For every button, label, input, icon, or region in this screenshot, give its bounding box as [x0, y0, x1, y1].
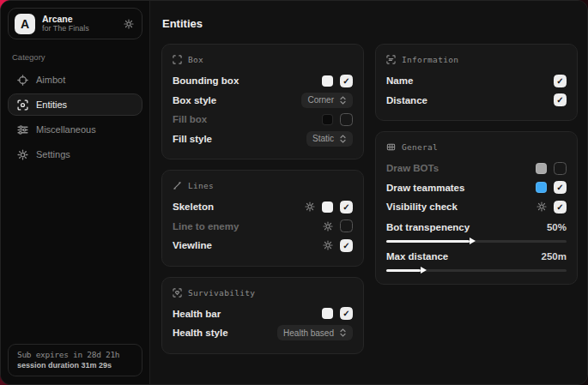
setting-row-draw-bots: Draw BOTs — [386, 159, 567, 178]
color-swatch[interactable] — [536, 163, 547, 174]
dropdown-value: Static — [312, 134, 334, 143]
box-card: Box Bounding box Box style Corner — [161, 44, 364, 159]
category-label: Category — [12, 52, 138, 62]
information-card: Information Name Distance — [375, 44, 578, 121]
max-distance-value: 250m — [542, 251, 567, 262]
box-corners-icon — [173, 55, 182, 64]
chevrons-up-down-icon — [339, 328, 347, 337]
skeleton-checkbox[interactable] — [340, 201, 353, 214]
color-swatch[interactable] — [322, 75, 333, 87]
color-swatch[interactable] — [536, 182, 547, 193]
sidebar-item-aimbot[interactable]: Aimbot — [8, 69, 142, 91]
sidebar-item-miscellaneous[interactable]: Miscellaneous — [8, 118, 142, 141]
setting-row-draw-teammates: Draw teammates — [386, 178, 567, 198]
card-title: Lines — [188, 181, 214, 190]
lines-card: Lines Skeleton Line to enem — [161, 170, 364, 267]
setting-label: Skeleton — [173, 202, 214, 212]
sidebar-item-label: Settings — [36, 149, 70, 159]
app-title: Arcane — [42, 14, 117, 24]
distance-checkbox[interactable] — [554, 93, 567, 106]
max-distance-slider[interactable] — [386, 269, 567, 272]
viewline-config-gear-icon[interactable] — [323, 240, 333, 250]
health-style-dropdown[interactable]: Health based — [277, 325, 353, 340]
sliders-icon — [17, 124, 28, 135]
page-title: Entities — [162, 17, 578, 30]
sidebar-item-label: Entities — [36, 99, 67, 110]
gear-icon — [17, 149, 28, 160]
general-card-header: General — [386, 142, 567, 152]
bot-transparency-value: 50% — [547, 222, 567, 232]
general-card: General Draw BOTs Draw teammates — [375, 131, 578, 285]
setting-label: Fill style — [173, 134, 212, 144]
lines-card-header: Lines — [173, 181, 353, 190]
setting-label: Distance — [386, 95, 427, 105]
color-swatch[interactable] — [322, 308, 333, 319]
left-column: Box Bounding box Box style Corner — [161, 44, 364, 354]
slider-fill — [386, 269, 421, 272]
name-checkbox[interactable] — [554, 75, 567, 87]
draw-bots-checkbox[interactable] — [554, 162, 567, 175]
dropdown-value: Health based — [283, 328, 334, 338]
setting-label: Draw BOTs — [386, 163, 439, 173]
skeleton-config-gear-icon[interactable] — [305, 202, 315, 212]
line-to-enemy-checkbox[interactable] — [340, 220, 353, 232]
box-card-header: Box — [173, 55, 353, 64]
bot-transparency-slider[interactable] — [386, 240, 567, 243]
logo-text: Arcane for The Finals — [42, 14, 117, 33]
draw-teammates-checkbox[interactable] — [554, 181, 567, 194]
setting-row-name: Name — [386, 71, 567, 91]
color-swatch[interactable] — [322, 202, 333, 213]
setting-row-skeleton: Skeleton — [173, 197, 353, 217]
fill-style-dropdown[interactable]: Static — [306, 131, 353, 147]
slider-knob[interactable] — [470, 238, 476, 244]
dropdown-value: Corner — [307, 95, 334, 105]
slider-fill — [386, 240, 470, 243]
survivability-card-header: Survivability — [173, 288, 353, 298]
card-title: Information — [402, 55, 458, 64]
app-logo: A — [15, 14, 35, 34]
setting-label: Box style — [173, 95, 216, 105]
setting-label: Health style — [173, 328, 228, 338]
box-style-dropdown[interactable]: Corner — [301, 93, 353, 108]
setting-label: Bounding box — [173, 75, 239, 86]
setting-label: Fill box — [173, 114, 207, 124]
account-gear-icon[interactable] — [124, 19, 134, 29]
scan-text-icon — [386, 55, 396, 64]
setting-row-visibility-check: Visibility check — [386, 197, 567, 217]
information-card-header: Information — [386, 55, 567, 64]
subscription-info-box: Sub expires in 28d 21h session duration … — [8, 344, 142, 376]
crosshair-icon — [17, 75, 28, 86]
slider-knob[interactable] — [421, 267, 427, 274]
card-title: Survivability — [188, 288, 255, 298]
line-to-enemy-config-gear-icon[interactable] — [323, 221, 333, 232]
setting-row-line-to-enemy: Line to enemy — [173, 217, 353, 237]
setting-label: Health bar — [173, 309, 221, 319]
app-subtitle: for The Finals — [42, 24, 117, 33]
sidebar-item-label: Aimbot — [36, 75, 65, 85]
fill-box-checkbox[interactable] — [340, 113, 353, 126]
setting-row-max-distance: Max distance 250m — [386, 249, 567, 264]
chevrons-up-down-icon — [339, 96, 347, 105]
scan-eye-icon — [17, 99, 28, 111]
diagonal-line-icon — [173, 181, 182, 190]
card-title: Box — [188, 55, 203, 64]
setting-row-health-style: Health style Health based — [173, 323, 353, 343]
health-bar-checkbox[interactable] — [340, 307, 353, 320]
bounding-box-checkbox[interactable] — [340, 75, 353, 87]
scan-heart-icon — [173, 288, 182, 298]
setting-label: Draw teammates — [386, 183, 464, 193]
sidebar-item-entities[interactable]: Entities — [8, 93, 142, 116]
setting-label: Bot transpenency — [386, 222, 470, 232]
visibility-config-gear-icon[interactable] — [536, 202, 547, 212]
sidebar-item-settings[interactable]: Settings — [8, 143, 142, 165]
app-window: A Arcane for The Finals Category Aimbot — [0, 0, 588, 385]
sidebar: A Arcane for The Finals Category Aimbot — [1, 1, 150, 384]
visibility-check-checkbox[interactable] — [554, 201, 567, 214]
survivability-card: Survivability Health bar Health style He… — [161, 277, 364, 354]
setting-label: Line to enemy — [173, 221, 239, 232]
color-swatch[interactable] — [322, 114, 333, 125]
session-duration-text: session duration 31m 29s — [17, 361, 133, 370]
card-columns: Box Bounding box Box style Corner — [161, 44, 578, 354]
setting-row-fill-style: Fill style Static — [173, 129, 353, 149]
viewline-checkbox[interactable] — [340, 239, 353, 252]
